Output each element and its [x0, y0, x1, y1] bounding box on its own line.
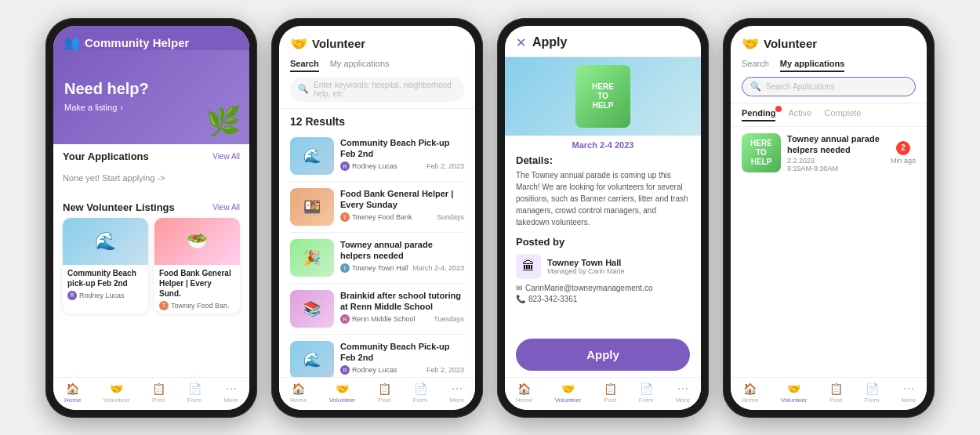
volunteer-icon: 🤝 — [110, 382, 123, 395]
nav-post-label: Post — [152, 397, 165, 404]
email-icon: ✉ — [516, 284, 522, 292]
contact-email: ✉ CarinMarie@towneymanagement.co — [516, 284, 690, 292]
app-item-title: Towney annual parade helpers needed — [787, 133, 884, 156]
poster-avatar: T — [340, 212, 350, 222]
search-placeholder: Enter keywords: hospital, neighborhood h… — [314, 81, 456, 98]
search-icon: 🔍 — [298, 84, 309, 94]
more-icon: ⋯ — [452, 382, 463, 395]
nav-volunteer[interactable]: 🤝 Volunteer — [555, 382, 582, 404]
item-info: Towney annual parade helpers needed T To… — [340, 239, 464, 274]
nav-post[interactable]: 📋 Post — [829, 382, 843, 404]
org-details: Towney Town Hall Managed by Carin Marie — [547, 258, 625, 275]
subtab-pending[interactable]: Pending — [742, 108, 775, 121]
search-bar[interactable]: 🔍 Enter keywords: hospital, neighborhood… — [290, 77, 464, 102]
screen4-title: Volunteer — [764, 37, 817, 50]
nav-more[interactable]: ⋯ More — [902, 382, 916, 404]
listings-view-all[interactable]: View All — [212, 203, 240, 212]
nav-more-label: More — [676, 397, 690, 404]
item-date: Feb 2, 2023 — [426, 366, 464, 374]
item-date: Feb 2, 2023 — [426, 162, 464, 170]
bottom-nav-1: 🏠 Home 🤝 Volunteer 📋 Post 📄 Form ⋯ — [53, 377, 249, 410]
item-info: Community Beach Pick-up Feb 2nd R Rodney… — [340, 137, 464, 172]
list-item[interactable]: 🌊 Community Beach Pick-up Feb 2nd R Rodn… — [290, 335, 464, 377]
nav-more[interactable]: ⋯ More — [676, 382, 690, 404]
nav-volunteer-label: Volunteer — [555, 397, 582, 404]
org-info: 🏛 Towney Town Hall Managed by Carin Mari… — [516, 254, 690, 279]
nav-more-label: More — [450, 397, 464, 404]
subtab-active[interactable]: Active — [788, 108, 811, 121]
post-icon: 📋 — [152, 382, 165, 395]
tab-search[interactable]: Search — [290, 59, 319, 72]
item-img: 🎉 — [290, 239, 334, 277]
nav-home[interactable]: 🏠 Home — [64, 382, 81, 404]
apply-button[interactable]: Apply — [516, 339, 690, 371]
list-item[interactable]: 🍱 Food Bank General Helper | Every Sunda… — [290, 182, 464, 233]
item-meta: T Towney Town Hall March 2-4, 2023 — [340, 263, 464, 273]
item-poster: R Rodney Lucas — [340, 365, 397, 375]
listings-section: New Volunteer Listings View All 🌊 Commun… — [53, 195, 249, 320]
phone-3: ✕ Apply HERETOHELP March 2-4 2023 Detail… — [497, 18, 709, 418]
hero-banner[interactable]: Need help? Make a listing 🌿 — [53, 50, 249, 144]
details-heading: Details: — [516, 154, 690, 166]
applications-title: Your Applications — [63, 150, 149, 162]
nav-form[interactable]: 📄 Form — [639, 382, 654, 404]
list-item[interactable]: 🌊 Community Beach Pick-up Feb 2nd R Rodn… — [290, 131, 464, 182]
item-meta: R Rodney Lucas Feb 2, 2023 — [340, 161, 464, 171]
app-item-info: Towney annual parade helpers needed 2.2.… — [787, 133, 884, 173]
home-icon: 🏠 — [292, 382, 305, 395]
nav-more[interactable]: ⋯ More — [450, 382, 464, 404]
vest-image: HERETOHELP — [575, 65, 630, 128]
notification-badge: 2 — [896, 141, 910, 155]
nav-form-label: Form — [639, 397, 654, 404]
item-meta: R Rodney Lucas Feb 2, 2023 — [340, 365, 464, 375]
nav-volunteer[interactable]: 🤝 Volunteer — [329, 382, 356, 404]
community-helper-icon: 👥 — [64, 35, 80, 50]
form-icon: 📄 — [188, 382, 201, 395]
nav-post-label: Post — [829, 397, 842, 404]
post-icon: 📋 — [378, 382, 391, 395]
poster-name: Rodney Lucas — [352, 366, 397, 374]
item-poster: T Towney Food Bank — [340, 212, 412, 222]
home-icon: 🏠 — [517, 382, 531, 395]
nav-more[interactable]: ⋯ More — [224, 382, 238, 404]
nav-more-label: More — [902, 397, 916, 404]
nav-home[interactable]: 🏠 Home — [742, 382, 758, 404]
nav-post[interactable]: 📋 Post — [152, 382, 165, 404]
app-search-bar[interactable]: 🔍 Search Applications — [742, 77, 916, 96]
nav-volunteer[interactable]: 🤝 Volunteer — [103, 382, 130, 404]
app-item-time: 9:15AM-9:30AM — [787, 165, 884, 172]
list-item[interactable]: 🌊 Community Beach pick-up Feb 2nd R Rodn… — [63, 218, 148, 314]
item-info: Brainkid after school tutoring at Renn M… — [340, 290, 464, 324]
nav-volunteer[interactable]: 🤝 Volunteer — [781, 382, 808, 404]
list-item[interactable]: 🥗 Food Bank General Helper | Every Sund.… — [154, 218, 240, 314]
more-icon: ⋯ — [677, 382, 688, 395]
posted-by-heading: Posted by — [516, 236, 690, 248]
nav-volunteer-label: Volunteer — [103, 397, 130, 404]
tab-my-applications-4[interactable]: My applications — [780, 59, 845, 72]
list-item[interactable]: 📚 Brainkid after school tutoring at Renn… — [290, 284, 464, 335]
nav-form[interactable]: 📄 Form — [413, 382, 428, 404]
tab-search-4[interactable]: Search — [742, 59, 769, 72]
nav-home-label: Home — [742, 397, 758, 404]
close-button[interactable]: ✕ — [516, 35, 526, 50]
nav-post[interactable]: 📋 Post — [378, 382, 391, 404]
screen4-header-top: 🤝 Volunteer — [742, 35, 916, 53]
bottom-nav-4: 🏠 Home 🤝 Volunteer 📋 Post 📄 Form ⋯ — [731, 377, 927, 410]
item-img: 🌊 — [290, 341, 334, 377]
org-name: Towney Town Hall — [547, 258, 625, 267]
applications-view-all[interactable]: View All — [212, 152, 240, 161]
list-item[interactable]: HERETOHELP Towney annual parade helpers … — [731, 127, 927, 179]
tab-my-applications[interactable]: My applications — [330, 59, 390, 72]
poster-avatar-1: R — [67, 291, 77, 300]
nav-home[interactable]: 🏠 Home — [290, 382, 307, 404]
subtab-complete[interactable]: Complete — [824, 108, 861, 121]
poster-name: Towney Food Bank — [352, 213, 412, 221]
nav-post-label: Post — [378, 397, 390, 404]
nav-form[interactable]: 📄 Form — [865, 382, 880, 404]
nav-form[interactable]: 📄 Form — [187, 382, 202, 404]
nav-post[interactable]: 📋 Post — [604, 382, 617, 404]
nav-home[interactable]: 🏠 Home — [516, 382, 532, 404]
org-icon: 🏛 — [516, 254, 541, 279]
screen-4: 🤝 Volunteer Search My applications 🔍 Sea… — [731, 26, 927, 410]
list-item[interactable]: 🎉 Towney annual parade helpers needed T … — [290, 233, 464, 284]
